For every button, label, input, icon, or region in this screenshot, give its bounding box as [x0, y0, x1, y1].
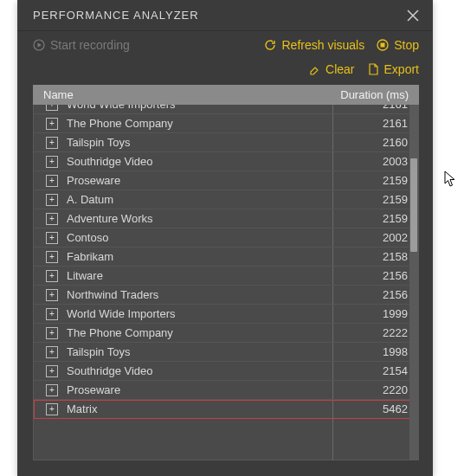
expand-icon[interactable]: + [46, 232, 58, 244]
expand-icon[interactable]: + [46, 251, 58, 263]
table-row[interactable]: +Southridge Video2154 [34, 362, 418, 381]
table-row[interactable]: +Tailspin Toys1998 [34, 343, 418, 362]
table-row[interactable]: +The Phone Company2161 [34, 114, 418, 133]
start-recording-label: Start recording [50, 38, 130, 52]
table-row[interactable]: +Adventure Works2159 [34, 209, 418, 228]
row-label: Matrix [67, 402, 338, 415]
expand-icon[interactable]: + [46, 156, 58, 168]
scrollbar-thumb[interactable] [410, 158, 417, 252]
expand-icon[interactable]: + [46, 289, 58, 301]
row-duration: 2156 [338, 288, 408, 301]
column-header-name[interactable]: Name [43, 88, 322, 101]
table-row[interactable]: +Fabrikam2158 [34, 248, 418, 267]
row-label: Contoso [67, 231, 338, 244]
row-duration: 2156 [338, 269, 408, 282]
table-header: Name Duration (ms) [33, 85, 419, 105]
table-row[interactable]: +Matrix5462 [34, 400, 418, 419]
column-header-duration[interactable]: Duration (ms) [322, 88, 409, 101]
row-duration: 2222 [338, 326, 408, 339]
expand-icon[interactable]: + [46, 365, 58, 377]
row-label: Adventure Works [67, 212, 338, 225]
results-list: +World Wide Importers2161+The Phone Comp… [33, 105, 419, 460]
subtoolbar: Clear Export [17, 57, 433, 85]
row-label: Litware [67, 269, 338, 282]
row-label: Tailspin Toys [67, 345, 338, 358]
row-duration: 1999 [338, 307, 408, 320]
row-duration: 2158 [338, 250, 408, 263]
row-duration: 2161 [338, 105, 408, 111]
table-row[interactable]: +Proseware2220 [34, 381, 418, 400]
stop-button[interactable]: Stop [377, 38, 419, 52]
table-row[interactable]: +Southridge Video2003 [34, 152, 418, 171]
table-row[interactable]: +Northwind Traders2156 [34, 286, 418, 305]
row-duration: 2161 [338, 117, 408, 130]
row-label: Proseware [67, 383, 338, 396]
row-label: Southridge Video [67, 364, 338, 377]
expand-icon[interactable]: + [46, 270, 58, 282]
table-row[interactable]: +Tailspin Toys2160 [34, 133, 418, 152]
refresh-icon [264, 39, 276, 51]
row-duration: 2220 [338, 383, 408, 396]
cursor-icon [444, 170, 458, 188]
clear-button[interactable]: Clear [308, 62, 354, 76]
row-duration: 2154 [338, 364, 408, 377]
expand-icon[interactable]: + [46, 403, 58, 415]
row-duration: 2159 [338, 212, 408, 225]
expand-icon[interactable]: + [46, 308, 58, 320]
row-label: Northwind Traders [67, 288, 338, 301]
start-recording-button[interactable]: Start recording [33, 38, 130, 52]
expand-icon[interactable]: + [46, 105, 58, 111]
row-label: Southridge Video [67, 155, 338, 168]
row-duration: 1998 [338, 345, 408, 358]
row-label: Tailspin Toys [67, 136, 338, 149]
eraser-icon [308, 63, 320, 75]
stop-label: Stop [394, 38, 419, 52]
close-button[interactable] [407, 10, 419, 22]
row-label: Fabrikam [67, 250, 338, 263]
row-label: World Wide Importers [67, 307, 338, 320]
expand-icon[interactable]: + [46, 327, 58, 339]
table-row[interactable]: +Litware2156 [34, 267, 418, 286]
expand-icon[interactable]: + [46, 118, 58, 130]
stop-icon [377, 39, 389, 51]
expand-icon[interactable]: + [46, 346, 58, 358]
expand-icon[interactable]: + [46, 137, 58, 149]
row-label: Proseware [67, 174, 338, 187]
table-row[interactable]: +World Wide Importers2161 [34, 105, 418, 114]
export-icon [367, 63, 379, 75]
clear-label: Clear [325, 62, 354, 76]
export-label: Export [384, 62, 419, 76]
export-button[interactable]: Export [367, 62, 419, 76]
table-row[interactable]: +Contoso2002 [34, 228, 418, 248]
table-row[interactable]: +The Phone Company2222 [34, 324, 418, 343]
row-duration: 5462 [338, 402, 408, 415]
row-duration: 2002 [338, 231, 408, 244]
row-duration: 2159 [338, 174, 408, 187]
table-row[interactable]: +Proseware2159 [34, 171, 418, 190]
row-label: A. Datum [67, 193, 338, 206]
row-label: World Wide Importers [67, 105, 338, 111]
svg-rect-2 [381, 43, 385, 48]
table-row[interactable]: +World Wide Importers1999 [34, 305, 418, 324]
close-icon [407, 10, 419, 22]
table-row[interactable]: +A. Datum2159 [34, 190, 418, 209]
row-duration: 2159 [338, 193, 408, 206]
panel-title: PERFORMANCE ANALYZER [33, 9, 199, 22]
toolbar: Start recording Refresh visuals Stop [17, 31, 433, 57]
record-icon [33, 39, 45, 51]
titlebar: PERFORMANCE ANALYZER [17, 0, 433, 31]
row-duration: 2160 [338, 136, 408, 149]
expand-icon[interactable]: + [46, 194, 58, 206]
expand-icon[interactable]: + [46, 175, 58, 187]
refresh-visuals-label: Refresh visuals [281, 38, 364, 52]
row-label: The Phone Company [67, 117, 338, 130]
expand-icon[interactable]: + [46, 213, 58, 225]
scrollbar-track[interactable] [409, 105, 418, 460]
row-duration: 2003 [338, 155, 408, 168]
refresh-visuals-button[interactable]: Refresh visuals [264, 38, 364, 52]
performance-analyzer-panel: PERFORMANCE ANALYZER Start recording Ref… [17, 0, 433, 476]
row-label: The Phone Company [67, 326, 338, 339]
expand-icon[interactable]: + [46, 384, 58, 396]
